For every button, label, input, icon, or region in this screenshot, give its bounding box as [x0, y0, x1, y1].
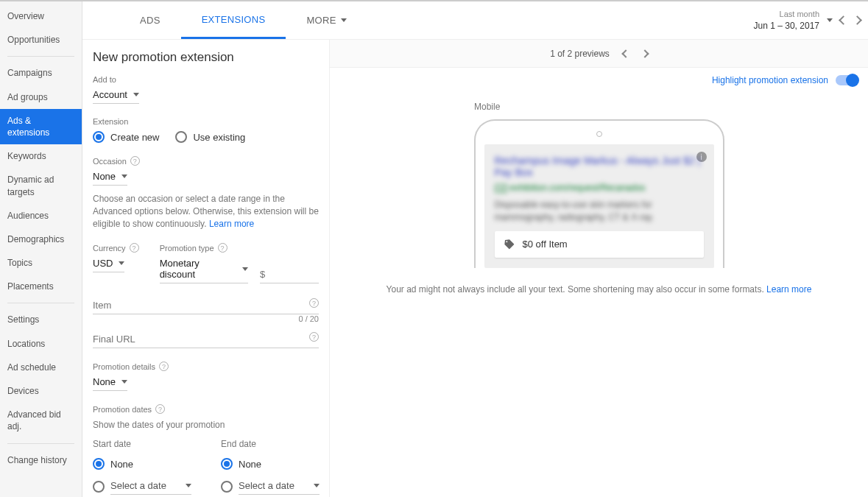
radio-use-existing[interactable]: Use existing — [175, 131, 245, 143]
promotion-details-select[interactable]: None — [93, 376, 127, 391]
add-to-label: Add to — [93, 75, 319, 84]
item-char-counter: 0 / 20 — [298, 314, 319, 323]
promotion-type-select[interactable]: Monetary discount — [160, 258, 248, 283]
tab-more[interactable]: MORE — [286, 1, 367, 39]
start-date-select-radio[interactable]: Select a date — [93, 479, 191, 495]
start-date-picker[interactable]: Select a date — [110, 479, 191, 495]
sidebar-separator — [7, 303, 74, 303]
preview-next-button[interactable] — [641, 49, 649, 57]
preview-footer: Your ad might not always include all you… — [387, 284, 812, 295]
sidebar-item-locations[interactable]: Locations — [0, 332, 82, 356]
date-range-picker[interactable]: Last month Jun 1 – 30, 2017 — [754, 1, 868, 39]
phone-frame: i Rechampus Image Markus - Always Just $… — [474, 119, 724, 268]
radio-icon — [221, 458, 233, 470]
learn-more-link[interactable]: Learn more — [209, 219, 254, 229]
highlight-row: Highlight promotion extension — [330, 68, 868, 93]
add-to-select[interactable]: Account — [93, 89, 139, 104]
occasion-label: Occasion ? — [93, 156, 319, 166]
ad-description: Disposable easy-to-use skin markers for … — [495, 199, 704, 224]
end-none-label: None — [239, 459, 261, 470]
sidebar-item-audiences[interactable]: Audiences — [0, 204, 82, 228]
dropdown-arrow-icon — [133, 93, 139, 96]
radio-icon — [93, 458, 105, 470]
help-icon[interactable]: ? — [130, 243, 139, 253]
sidebar-item-campaigns[interactable]: Campaigns — [0, 61, 82, 85]
end-date-label: End date — [221, 439, 320, 449]
promotion-type-label: Promotion type ? — [160, 243, 319, 253]
tab-ads[interactable]: ADS — [119, 1, 181, 39]
promotion-dates-label: Promotion dates ? — [93, 404, 319, 414]
form-title: New promotion extension — [93, 50, 319, 65]
sidebar-item-placements[interactable]: Placements — [0, 275, 82, 298]
discount-amount-input[interactable] — [260, 266, 319, 283]
end-date-none-radio[interactable]: None — [221, 458, 320, 470]
phone-speaker-icon — [596, 131, 602, 137]
sidebar-item-devices[interactable]: Devices — [0, 379, 82, 403]
radio-existing-label: Use existing — [193, 132, 245, 143]
radio-icon — [175, 131, 187, 143]
sidebar-item-ads-extensions[interactable]: Ads & extensions — [0, 109, 82, 144]
topbar: ADS EXTENSIONS MORE Last month Jun 1 – 3… — [82, 1, 868, 40]
tag-icon — [504, 239, 515, 250]
preview-panel: 1 of 2 previews Highlight promotion exte… — [329, 40, 868, 497]
dropdown-arrow-icon — [242, 267, 248, 271]
dropdown-arrow-icon — [121, 380, 127, 384]
radio-icon — [221, 481, 233, 493]
help-icon[interactable]: ? — [159, 362, 169, 371]
ad-url: Adexhibition.com/request/Recanados — [495, 183, 704, 193]
preview-learn-more-link[interactable]: Learn more — [766, 284, 811, 295]
sidebar-item-advanced-bid[interactable]: Advanced bid adj. — [0, 403, 82, 438]
sidebar-item-ad-schedule[interactable]: Ad schedule — [0, 356, 82, 379]
final-url-input[interactable] — [93, 331, 319, 348]
sidebar-item-adgroups[interactable]: Ad groups — [0, 85, 82, 109]
highlight-toggle[interactable] — [836, 75, 858, 85]
start-none-label: None — [110, 459, 133, 470]
sidebar-separator — [7, 56, 74, 57]
sidebar-item-settings[interactable]: Settings — [0, 308, 82, 331]
sidebar-item-demographics[interactable]: Demographics — [0, 228, 82, 251]
dropdown-arrow-icon — [827, 18, 833, 22]
sidebar-item-topics[interactable]: Topics — [0, 251, 82, 275]
radio-icon — [93, 481, 105, 493]
promotion-extension-preview: $0 off Item — [495, 231, 704, 258]
item-input[interactable] — [93, 297, 319, 314]
promotion-details-value: None — [93, 376, 116, 387]
sidebar: Overview Opportunities Campaigns Ad grou… — [0, 1, 82, 497]
tab-extensions[interactable]: EXTENSIONS — [181, 1, 286, 39]
help-icon[interactable]: ? — [155, 404, 165, 414]
preview-counter: 1 of 2 previews — [550, 49, 610, 59]
sidebar-item-dynamic-ad-targets[interactable]: Dynamic ad targets — [0, 168, 82, 203]
end-date-select-radio[interactable]: Select a date — [221, 479, 320, 495]
promotion-details-label: Promotion details ? — [93, 362, 319, 371]
dropdown-arrow-icon — [314, 484, 320, 487]
radio-icon — [93, 131, 105, 143]
start-date-none-radio[interactable]: None — [93, 458, 191, 470]
sidebar-item-keywords[interactable]: Keywords — [0, 144, 82, 168]
promotion-dates-sub: Show the dates of your promotion — [93, 419, 319, 431]
form-panel: New promotion extension Add to Account E… — [82, 40, 329, 497]
ad-title: Rechampus Image Markus - Always Just $2 … — [495, 155, 704, 178]
help-icon[interactable]: ? — [218, 243, 227, 253]
promotion-type-value: Monetary discount — [160, 258, 236, 280]
radio-create-new[interactable]: Create new — [93, 131, 159, 143]
date-prev-button[interactable] — [839, 15, 848, 25]
dropdown-arrow-icon — [121, 175, 127, 178]
ad-preview-card: i Rechampus Image Markus - Always Just $… — [484, 144, 714, 268]
radio-create-label: Create new — [110, 132, 159, 143]
dropdown-arrow-icon — [341, 18, 347, 22]
currency-select[interactable]: USD — [93, 258, 124, 272]
occasion-select[interactable]: None — [93, 171, 127, 186]
sidebar-item-change-history[interactable]: Change history — [0, 448, 82, 472]
end-date-picker[interactable]: Select a date — [239, 479, 320, 495]
occasion-help-text: Choose an occasion or select a date rang… — [93, 193, 319, 230]
dropdown-arrow-icon — [186, 484, 191, 487]
preview-prev-button[interactable] — [621, 49, 629, 57]
sidebar-item-opportunities[interactable]: Opportunities — [0, 28, 82, 52]
sidebar-item-overview[interactable]: Overview — [0, 4, 82, 28]
date-next-button[interactable] — [853, 15, 862, 25]
help-icon[interactable]: ? — [130, 156, 140, 166]
occasion-value: None — [93, 171, 116, 182]
extension-label: Extension — [93, 117, 319, 126]
dropdown-arrow-icon — [119, 261, 124, 265]
currency-label: Currency ? — [93, 243, 139, 253]
